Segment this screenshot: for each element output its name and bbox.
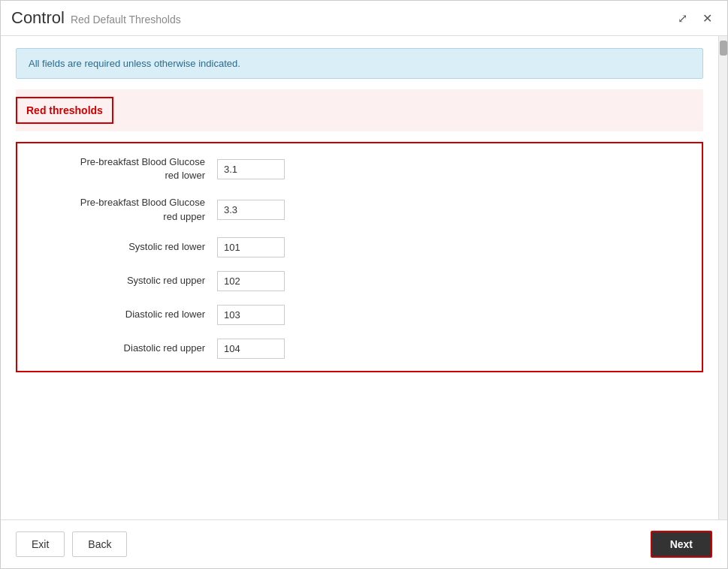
main-window: Control Red Default Thresholds ⤢ ✕ All f… xyxy=(0,0,728,569)
footer-left: Exit Back xyxy=(16,531,127,557)
red-section-wrapper: Red thresholds xyxy=(16,89,703,131)
next-button[interactable]: Next xyxy=(651,531,712,558)
form-row: Diastolic red upper xyxy=(32,339,687,359)
section-header-label: Red thresholds xyxy=(26,104,103,116)
field-label-0: Pre-breakfast Blood Glucose red lower xyxy=(32,155,205,182)
systolic-red-upper-input[interactable] xyxy=(217,271,285,291)
pre-breakfast-glucose-red-lower-input[interactable] xyxy=(217,159,285,179)
exit-button[interactable]: Exit xyxy=(16,531,65,557)
field-label-1: Pre-breakfast Blood Glucose red upper xyxy=(32,196,205,223)
form-row: Pre-breakfast Blood Glucose red upper xyxy=(32,196,687,223)
back-button[interactable]: Back xyxy=(72,531,127,557)
scrollbar-thumb[interactable] xyxy=(720,41,727,56)
content-area: All fields are required unless otherwise… xyxy=(1,36,718,519)
field-label-3: Systolic red upper xyxy=(32,274,205,288)
info-banner: All fields are required unless otherwise… xyxy=(16,48,703,79)
form-row: Pre-breakfast Blood Glucose red lower xyxy=(32,155,687,182)
footer: Exit Back Next xyxy=(1,519,727,568)
pre-breakfast-glucose-red-upper-input[interactable] xyxy=(217,200,285,220)
main-layout: All fields are required unless otherwise… xyxy=(1,36,727,519)
title-bar-right: ⤢ ✕ xyxy=(673,10,717,27)
field-label-2: Systolic red lower xyxy=(32,240,205,254)
window-title: Control xyxy=(11,8,65,28)
form-section: Pre-breakfast Blood Glucose red lower Pr… xyxy=(16,142,703,372)
diastolic-red-upper-input[interactable] xyxy=(217,339,285,359)
close-button[interactable]: ✕ xyxy=(698,10,717,27)
field-label-5: Diastolic red upper xyxy=(32,342,205,355)
form-row: Systolic red lower xyxy=(32,237,687,257)
systolic-red-lower-input[interactable] xyxy=(217,237,285,257)
section-header: Red thresholds xyxy=(16,97,113,124)
title-bar: Control Red Default Thresholds ⤢ ✕ xyxy=(1,1,727,36)
title-bar-left: Control Red Default Thresholds xyxy=(11,8,181,28)
diastolic-red-lower-input[interactable] xyxy=(217,305,285,325)
scrollbar[interactable] xyxy=(718,36,727,519)
window-subtitle: Red Default Thresholds xyxy=(71,14,181,26)
form-row: Diastolic red lower xyxy=(32,305,687,325)
expand-button[interactable]: ⤢ xyxy=(673,10,692,27)
info-banner-text: All fields are required unless otherwise… xyxy=(29,58,240,69)
field-label-4: Diastolic red lower xyxy=(32,308,205,321)
form-row: Systolic red upper xyxy=(32,271,687,291)
